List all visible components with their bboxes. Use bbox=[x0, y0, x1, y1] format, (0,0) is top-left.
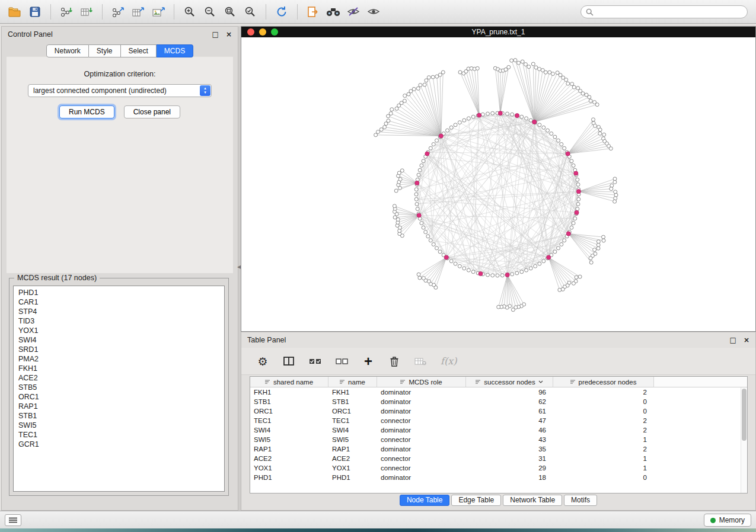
mcds-result-item[interactable]: STB5 bbox=[14, 383, 224, 392]
search-input[interactable] bbox=[597, 8, 742, 16]
mcds-result-item[interactable]: PMA2 bbox=[14, 354, 224, 364]
table-cell: 2 bbox=[553, 444, 654, 454]
table-cell: 2 bbox=[553, 416, 654, 425]
table-scrollbar[interactable] bbox=[741, 387, 747, 493]
mcds-result-item[interactable]: TEC1 bbox=[14, 430, 224, 440]
table-row[interactable]: SWI4SWI4dominator462 bbox=[250, 425, 747, 435]
global-search-field[interactable] bbox=[580, 5, 748, 18]
share-document-icon[interactable] bbox=[303, 3, 323, 21]
mcds-result-item[interactable]: FKH1 bbox=[14, 364, 224, 373]
table-row[interactable]: STB1STB1dominator620 bbox=[250, 397, 747, 406]
search-network-icon[interactable] bbox=[323, 3, 343, 21]
mcds-result-item[interactable]: ORC1 bbox=[14, 392, 224, 402]
table-cell: YOX1 bbox=[250, 463, 328, 473]
mcds-result-item[interactable]: STP4 bbox=[14, 307, 224, 316]
float-panel-icon[interactable]: □ bbox=[730, 336, 736, 344]
hide-graphics-icon[interactable] bbox=[343, 3, 363, 21]
zoom-in-icon[interactable] bbox=[180, 3, 200, 21]
column-header-mcds-role[interactable]: MCDS role bbox=[377, 377, 466, 387]
add-row-icon[interactable]: + bbox=[362, 354, 374, 368]
table-header-row: shared name name MCDS role successor nod… bbox=[250, 377, 747, 387]
mcds-result-item[interactable]: TID3 bbox=[14, 316, 224, 326]
table-row[interactable]: ORC1ORC1dominator610 bbox=[250, 406, 747, 416]
column-header-predecessor-nodes[interactable]: predecessor nodes bbox=[553, 377, 654, 387]
table-cell: STB1 bbox=[328, 397, 377, 406]
table-cell: TEC1 bbox=[250, 416, 328, 425]
table-cell: FKH1 bbox=[250, 387, 328, 397]
toolbar-separator bbox=[174, 4, 174, 20]
open-session-icon[interactable] bbox=[5, 3, 25, 21]
table-row[interactable]: PHD1PHD1dominator180 bbox=[250, 473, 747, 482]
status-menu-button[interactable] bbox=[5, 514, 21, 526]
tab-mcds[interactable]: MCDS bbox=[157, 44, 193, 57]
mcds-result-item[interactable]: PHD1 bbox=[14, 288, 224, 297]
tab-motifs[interactable]: Motifs bbox=[564, 495, 597, 506]
save-session-icon[interactable] bbox=[25, 3, 45, 21]
close-panel-icon[interactable]: × bbox=[226, 31, 232, 38]
column-header-shared-name[interactable]: shared name bbox=[250, 377, 328, 387]
table-row[interactable]: SWI5SWI5connector431 bbox=[250, 435, 747, 444]
table-row[interactable]: TEC1TEC1connector472 bbox=[250, 416, 747, 425]
table-cell: 1 bbox=[553, 435, 654, 444]
table-row[interactable]: FKH1FKH1dominator962 bbox=[250, 387, 747, 397]
mcds-result-item[interactable]: SWI4 bbox=[14, 335, 224, 345]
network-canvas[interactable] bbox=[241, 37, 755, 331]
zoom-selected-icon[interactable] bbox=[240, 3, 260, 21]
network-window-titlebar[interactable]: YPA_prune.txt_1 bbox=[241, 27, 755, 37]
memory-button[interactable]: Memory bbox=[704, 514, 751, 527]
delete-row-icon[interactable] bbox=[388, 354, 400, 368]
zoom-fit-icon[interactable] bbox=[220, 3, 240, 21]
table-cell: 47 bbox=[466, 416, 553, 425]
optimization-criterion-select[interactable]: largest connected component (undirected)… bbox=[28, 84, 212, 97]
scrollbar-thumb[interactable] bbox=[742, 389, 747, 441]
export-table-icon[interactable] bbox=[128, 3, 148, 21]
mcds-result-item[interactable]: SWI5 bbox=[14, 421, 224, 430]
minimize-window-icon[interactable] bbox=[259, 28, 266, 36]
table-row[interactable]: ACE2ACE2connector311 bbox=[250, 454, 747, 463]
export-image-icon[interactable] bbox=[148, 3, 168, 21]
mcds-result-item[interactable]: STB1 bbox=[14, 411, 224, 421]
show-graphics-icon[interactable] bbox=[363, 3, 384, 21]
column-header-successor-nodes[interactable]: successor nodes bbox=[466, 377, 553, 387]
table-cell: 31 bbox=[466, 454, 553, 463]
tab-network-table[interactable]: Network Table bbox=[503, 495, 562, 506]
import-network-icon[interactable] bbox=[56, 3, 76, 21]
table-settings-gear-icon[interactable]: ⚙ bbox=[257, 354, 269, 368]
sort-icon bbox=[476, 379, 481, 384]
select-all-icon[interactable] bbox=[309, 354, 321, 368]
export-network-icon[interactable] bbox=[108, 3, 128, 21]
float-panel-icon[interactable]: □ bbox=[212, 31, 219, 38]
deselect-all-icon[interactable] bbox=[336, 354, 348, 368]
table-cell: dominator bbox=[377, 387, 466, 397]
mcds-result-item[interactable]: RAP1 bbox=[14, 402, 224, 411]
table-row[interactable]: YOX1YOX1connector291 bbox=[250, 463, 747, 473]
tab-node-table[interactable]: Node Table bbox=[400, 495, 450, 506]
mcds-result-item[interactable]: ACE2 bbox=[14, 373, 224, 383]
tab-edge-table[interactable]: Edge Table bbox=[451, 495, 501, 506]
close-panel-icon[interactable]: × bbox=[744, 336, 749, 344]
table-panel-tabs: Node Table Edge Table Network Table Moti… bbox=[241, 495, 755, 506]
run-mcds-button[interactable]: Run MCDS bbox=[59, 105, 114, 118]
show-columns-icon[interactable] bbox=[283, 354, 295, 368]
table-row[interactable]: RAP1RAP1dominator352 bbox=[250, 444, 747, 454]
close-panel-button[interactable]: Close panel bbox=[124, 105, 180, 118]
mcds-result-item[interactable]: YOX1 bbox=[14, 326, 224, 335]
mcds-result-item[interactable]: GCR1 bbox=[14, 440, 224, 449]
table-cell: SWI5 bbox=[328, 435, 377, 444]
maximize-window-icon[interactable] bbox=[271, 28, 278, 36]
mcds-result-item[interactable]: CAR1 bbox=[14, 297, 224, 307]
toolbar-separator bbox=[50, 4, 51, 20]
close-window-icon[interactable] bbox=[247, 28, 254, 36]
import-table-icon[interactable] bbox=[76, 3, 97, 21]
select-stepper-icon: ▴▾ bbox=[200, 85, 210, 96]
refresh-view-icon[interactable] bbox=[272, 3, 292, 21]
tab-select[interactable]: Select bbox=[121, 44, 157, 57]
table-cell: SWI4 bbox=[328, 425, 377, 435]
network-canvas-svg[interactable] bbox=[241, 37, 755, 331]
tab-style[interactable]: Style bbox=[89, 44, 121, 57]
mcds-result-list[interactable]: PHD1CAR1STP4TID3YOX1SWI4SRD1PMA2FKH1ACE2… bbox=[13, 286, 225, 492]
tab-network[interactable]: Network bbox=[46, 44, 89, 57]
mcds-result-item[interactable]: SRD1 bbox=[14, 345, 224, 354]
zoom-out-icon[interactable] bbox=[200, 3, 220, 21]
column-header-name[interactable]: name bbox=[328, 377, 377, 387]
